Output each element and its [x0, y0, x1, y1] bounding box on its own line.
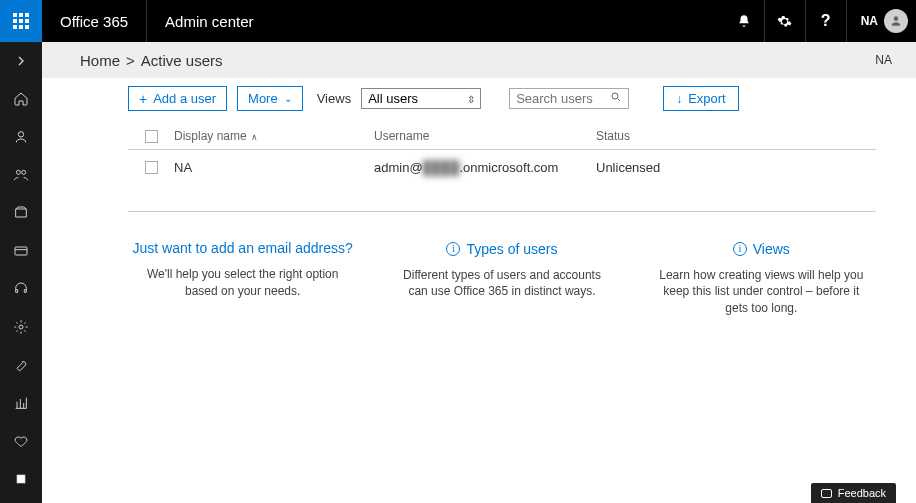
breadcrumb-home[interactable]: Home [80, 52, 120, 69]
left-nav [0, 42, 42, 503]
people-icon [13, 167, 29, 183]
bell-icon [737, 14, 751, 28]
col-display-name[interactable]: Display name∧ [174, 129, 374, 143]
add-user-button[interactable]: + Add a user [128, 86, 227, 111]
wrench-icon [13, 357, 29, 373]
add-user-label: Add a user [153, 91, 216, 106]
speech-bubble-icon [821, 489, 832, 498]
card-types-users[interactable]: i Types of users Different types of user… [387, 240, 616, 317]
waffle-icon [13, 13, 29, 29]
info-icon: i [733, 242, 747, 256]
user-menu[interactable]: NA [847, 9, 916, 33]
cell-display-name: NA [174, 160, 374, 175]
download-icon: ↓ [676, 92, 682, 106]
nav-billing[interactable] [0, 232, 42, 270]
user-initials: NA [861, 14, 878, 28]
person-icon [889, 14, 903, 28]
more-label: More [248, 91, 278, 106]
home-icon [13, 91, 29, 107]
nav-groups[interactable] [0, 156, 42, 194]
question-icon: ? [821, 12, 831, 30]
row-checkbox[interactable] [145, 161, 158, 174]
cell-username: admin@████.onmicrosoft.com [374, 160, 596, 175]
search-input[interactable] [516, 91, 606, 106]
card-title: i Views [733, 241, 790, 257]
nav-reports[interactable] [0, 384, 42, 422]
resources-icon [13, 205, 29, 221]
card-add-email[interactable]: Just want to add an email address? We'll… [128, 240, 357, 317]
nav-expand[interactable] [0, 42, 42, 80]
brand-label: Office 365 [42, 13, 146, 30]
card-desc: Different types of users and accounts ca… [387, 267, 616, 301]
card-desc: Learn how creating views will help you k… [647, 267, 876, 317]
plus-icon: + [139, 92, 147, 106]
views-label: Views [317, 91, 351, 106]
breadcrumb-current: Active users [141, 52, 223, 69]
info-icon: i [446, 242, 460, 256]
nav-resources[interactable] [0, 194, 42, 232]
app-title: Admin center [147, 13, 271, 30]
card-title: Just want to add an email address? [133, 240, 353, 256]
notifications-button[interactable] [724, 0, 764, 42]
app-icon [13, 471, 29, 487]
feedback-label: Feedback [838, 487, 886, 499]
headset-icon [13, 281, 29, 297]
svg-point-1 [19, 325, 23, 329]
card-icon [13, 243, 29, 259]
person-icon [13, 129, 29, 145]
users-table: Display name∧ Username Status NA admin@█… [128, 123, 876, 212]
chevron-down-icon: ⌄ [284, 93, 292, 104]
search-box[interactable] [509, 88, 629, 109]
export-label: Export [688, 91, 726, 106]
username-prefix: admin@ [374, 160, 423, 175]
card-title-text: Views [753, 241, 790, 257]
nav-settings[interactable] [0, 308, 42, 346]
col-display-name-label: Display name [174, 129, 247, 143]
col-username[interactable]: Username [374, 129, 596, 143]
main-content: + Add a user More ⌄ Views All users ↓ Ex… [42, 78, 916, 503]
views-select-wrap: All users [361, 88, 481, 109]
search-icon [610, 91, 622, 106]
chevron-right-icon [13, 53, 29, 69]
table-row[interactable]: NA admin@████.onmicrosoft.com Unlicensed [128, 150, 876, 185]
nav-setup[interactable] [0, 346, 42, 384]
card-desc: We'll help you select the right option b… [128, 266, 357, 300]
export-button[interactable]: ↓ Export [663, 86, 739, 111]
svg-point-3 [612, 93, 618, 99]
nav-users[interactable] [0, 118, 42, 156]
info-cards: Just want to add an email address? We'll… [128, 240, 876, 317]
nav-admin-centers[interactable] [0, 460, 42, 498]
username-suffix: .onmicrosoft.com [459, 160, 558, 175]
card-title-text: Just want to add an email address? [133, 240, 353, 256]
help-button[interactable]: ? [806, 0, 846, 42]
card-title: i Types of users [446, 241, 557, 257]
cell-status: Unlicensed [596, 160, 766, 175]
card-title-text: Types of users [466, 241, 557, 257]
avatar [884, 9, 908, 33]
more-button[interactable]: More ⌄ [237, 86, 303, 111]
nav-home[interactable] [0, 80, 42, 118]
gear-icon [777, 14, 792, 29]
username-redacted: ████ [423, 160, 460, 175]
heart-icon [13, 433, 29, 449]
sort-asc-icon: ∧ [251, 132, 258, 142]
svg-rect-0 [15, 247, 27, 255]
chart-icon [13, 395, 29, 411]
nav-support[interactable] [0, 270, 42, 308]
select-all-checkbox[interactable] [145, 130, 158, 143]
svg-rect-2 [17, 475, 25, 483]
breadcrumb-bar: Home > Active users NA [42, 42, 916, 78]
views-select[interactable]: All users [361, 88, 481, 109]
feedback-tab[interactable]: Feedback [811, 483, 896, 503]
app-launcher[interactable] [0, 0, 42, 42]
table-header: Display name∧ Username Status [128, 123, 876, 150]
settings-button[interactable] [765, 0, 805, 42]
card-views[interactable]: i Views Learn how creating views will he… [647, 240, 876, 317]
gear-icon [13, 319, 29, 335]
breadcrumb-right-label: NA [875, 53, 892, 67]
breadcrumb-sep: > [126, 52, 135, 69]
nav-health[interactable] [0, 422, 42, 460]
toolbar: + Add a user More ⌄ Views All users ↓ Ex… [128, 86, 876, 111]
table-divider [128, 211, 876, 212]
col-status[interactable]: Status [596, 129, 766, 143]
